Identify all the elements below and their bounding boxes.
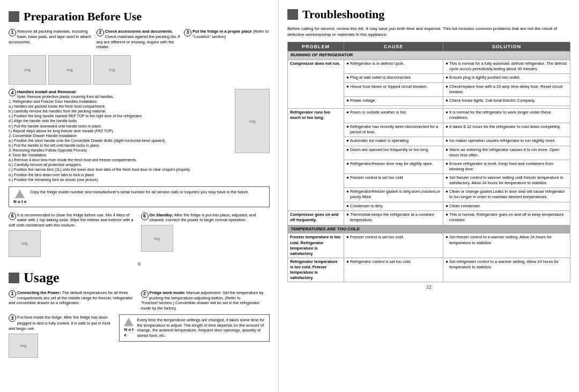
cause-cell-5a: ●Refrigerator control is set too cold. <box>344 258 443 282</box>
section2-title: TEMPERATURES ARE TOO COLD <box>288 225 570 233</box>
usage-note-label: N o t e <box>124 327 133 338</box>
left-page-num: 9 <box>9 261 270 267</box>
step4-title: Handles Install and Removal: <box>17 89 77 94</box>
step2-bold: Check accessories and documents. <box>105 29 173 34</box>
step4-text: Note: Remove protective plastic covering… <box>9 94 233 182</box>
problem-cell-4: Freezer temperature is too cold. Refrige… <box>288 233 344 258</box>
solution-cell-1c: ●Check/replace fuse with a 20 amp time-d… <box>443 83 570 97</box>
step1: 1 Remove all packing materials, includin… <box>9 29 94 50</box>
usage-step1-num: 1 <box>9 290 16 298</box>
table-row: Refrigerator runs too much or too long. … <box>288 109 570 123</box>
prep-title: Preparation Before Use <box>24 10 142 24</box>
note-text: Copy the fridge model number and manufac… <box>29 190 265 195</box>
cause-cell-1d: ●Power outage. <box>344 97 443 106</box>
right-page-num: 22 <box>287 284 570 290</box>
usage-step3: 3 Put food inside the fridge: After the … <box>9 314 116 358</box>
section1-title: RUNNING OF REFRIGERATOR <box>288 51 570 60</box>
note-label-box: N o t e <box>13 190 26 204</box>
solution-cell-2c: ●Ice maker operation causes refrigerator… <box>443 137 570 146</box>
table-row: Refrigerator temperature is too cold. Fr… <box>288 258 570 282</box>
usage-bottom: 3 Put food inside the fridge: After the … <box>9 314 270 358</box>
usage-note-section: N o t e Every time the temperature setti… <box>119 314 270 358</box>
step4-num: 4 <box>9 89 16 96</box>
table-row: Compressor goes on and off frequently. ●… <box>288 211 570 225</box>
step1-text: Remove all packing materials, including … <box>9 29 91 44</box>
cause-cell-2h: ●Condenser is dirty. <box>344 202 443 211</box>
cause-cell-2f: ●Freezer control is set too cold <box>344 174 443 188</box>
table-row: Compressor does not run. ●Refrigerator i… <box>288 60 570 74</box>
cause-cell-1c: ●House fuse blown or tripped circuit bre… <box>344 83 443 97</box>
step3-bold: Put the fridge in a proper place <box>192 29 251 34</box>
prep-bottom-steps: 5 It is recommended to clean the fridge … <box>9 213 270 257</box>
step3-num: 3 <box>184 29 191 36</box>
step5-num: 5 <box>9 213 16 220</box>
warning-icon <box>15 190 25 198</box>
usage-step3-image: img <box>9 334 38 358</box>
usage-step3-text: Put food inside the fridge: After the fr… <box>9 315 110 331</box>
col-solution: SOLUTION <box>443 42 570 51</box>
cause-cell-2e: ●Refrigerator/freezer door may be slight… <box>344 160 443 174</box>
solution-cell-2h: ●Clean condenser. <box>443 202 570 211</box>
cause-cell-1b: ●Plug at wall outlet is disconnected. <box>344 74 443 83</box>
step6: 6 On Standby: After the fridge is put in… <box>141 213 270 257</box>
usage-warning-icon <box>124 318 133 326</box>
cause-cell-1a: ●Refrigerator is in defrost cycle. <box>344 60 443 74</box>
header-square-left <box>9 11 19 22</box>
step5: 5 It is recommended to clean the fridge … <box>9 213 138 257</box>
col-problem: PROBLEM <box>288 42 344 51</box>
solution-cell-2b: ●It takes 8-12 hours for the refrigerato… <box>443 123 570 137</box>
usage-note-box: N o t e Every time the temperature setti… <box>119 314 270 342</box>
step5-image: img <box>9 230 41 257</box>
step3: 3 Put the fridge in a proper place (Refe… <box>184 29 270 50</box>
solution-cell-4a: ●Set freezer control to a warmer setting… <box>443 233 570 258</box>
left-panel: Preparation Before Use 1 Remove all pack… <box>0 0 279 392</box>
usage-step1-title: Connecting the Power: <box>17 290 61 295</box>
cause-cell-2a: ●Room or outside weather is hot. <box>344 109 443 123</box>
usage-header: Usage <box>9 270 270 286</box>
step6-num: 6 <box>141 213 149 220</box>
solution-cell-2d: ●Warm air entering the refrigerator caus… <box>443 146 570 160</box>
problem-cell-1: Compressor does not run. <box>288 60 344 109</box>
cause-cell-2g: ●Refrigerator/freezer gasket is dirty,wo… <box>344 188 443 202</box>
header-square-right <box>287 9 298 20</box>
header-square-usage <box>9 273 19 283</box>
usage-steps: 1 Connecting the Power: The default temp… <box>9 290 270 311</box>
step5-text: It is recommended to clean the fridge be… <box>9 213 133 228</box>
usage-note-label-box: N o t e <box>124 318 133 338</box>
cause-cell-2b: ●Refrigerator has recently been disconne… <box>344 123 443 137</box>
cause-cell-3a: ●Thermostat keeps the refrigerator at a … <box>344 211 443 225</box>
prep-image-3: img <box>93 55 131 85</box>
solution-cell-5a: ●Set refrigerator control to a warmer se… <box>443 258 570 282</box>
prep-images: img img img <box>9 55 270 85</box>
prep-top-steps: 1 Remove all packing materials, includin… <box>9 29 270 50</box>
step2: 2 Check accessories and documents. Check… <box>96 29 182 50</box>
solution-cell-2f: ●Set freezer control to warmer setting u… <box>443 174 570 188</box>
usage-note-text: Every time the temperature settings are … <box>137 318 265 338</box>
trouble-header: Troubleshooting <box>287 7 570 21</box>
usage-step2: 2 Fridge work mode: Manual adjustment: S… <box>141 290 270 311</box>
solution-cell-2a: ●It is normal for the refrigerator to wo… <box>443 109 570 123</box>
table-row: Freezer temperature is too cold. Refrige… <box>288 233 570 258</box>
note-box: N o t e Copy the fridge model number and… <box>9 186 270 207</box>
trouble-table: PROBLEM CAUSE SOLUTION RUNNING OF REFRIG… <box>287 42 570 282</box>
solution-cell-2e: ●Ensure refrigerator is level. Keep food… <box>443 160 570 174</box>
step6-title: On Standby: <box>150 213 174 217</box>
cause-cell-4a: ●Freezer control is set too cold. <box>344 233 443 258</box>
usage-step3-num: 3 <box>9 314 16 322</box>
usage-step1: 1 Connecting the Power: The default temp… <box>9 290 138 311</box>
cause-cell-2d: ●Doors are opened too frequently or too … <box>344 146 443 160</box>
prep-header: Preparation Before Use <box>9 10 270 24</box>
solution-cell-1d: ●Check house lights. Call local Electric… <box>443 97 570 106</box>
cause-cell-2c: ●Automatic ice maker is operating. <box>344 137 443 146</box>
step4-section: 4 Handles Install and Removal: Note: Rem… <box>9 89 270 182</box>
step2-text: Check materials against the packing list… <box>96 34 180 50</box>
step4-image: img <box>235 89 270 153</box>
step6-image: img <box>141 225 173 252</box>
step2-num: 2 <box>96 29 104 36</box>
trouble-title: Troubleshooting <box>302 7 384 21</box>
usage-step2-num: 2 <box>141 290 149 298</box>
solution-cell-2g: ●Clean or change gasket.Leaks in door se… <box>443 188 570 202</box>
problem-cell-5: Refrigerator temperature is too cold. Fr… <box>288 258 344 282</box>
col-cause: CAUSE <box>344 42 443 51</box>
problem-cell-3: Compressor goes on and off frequently. <box>288 211 344 225</box>
